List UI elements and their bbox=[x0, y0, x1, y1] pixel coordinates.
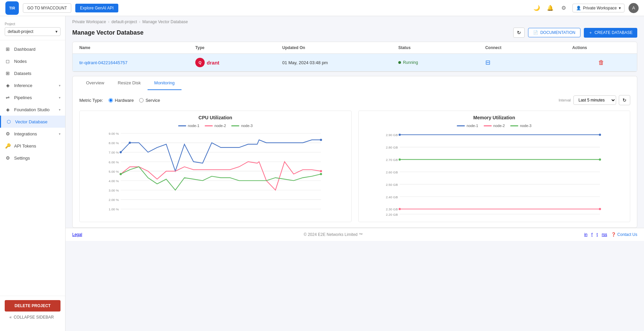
sidebar-item-label: Pipelines bbox=[14, 95, 32, 100]
social-links: in f t rss ❓ Contact Us bbox=[584, 232, 637, 237]
cpu-legend-node1: node-1 bbox=[178, 124, 199, 128]
linkedin-icon[interactable]: in bbox=[584, 232, 587, 237]
layout: Project default-project ▾ ⊞ Dashboard ◻ … bbox=[0, 16, 644, 331]
svg-point-44 bbox=[599, 208, 601, 210]
sidebar-item-vector-database[interactable]: ⬡ Vector Database bbox=[0, 116, 65, 128]
main-content: Private Workspace › default-project › Ma… bbox=[66, 16, 644, 331]
metric-type-selector: Metric Type: Hardware Service bbox=[79, 98, 160, 103]
dashboard-icon: ⊞ bbox=[5, 46, 11, 52]
collapse-label: COLLAPSE SIDEBAR bbox=[14, 315, 54, 320]
sidebar-item-label: Settings bbox=[14, 156, 30, 161]
interval-selector: Interval Last 5 minutes Last 15 minutes … bbox=[559, 95, 630, 105]
rss-icon[interactable]: rss bbox=[602, 232, 607, 237]
workspace-button[interactable]: 👤 Private Workspace ▾ bbox=[572, 4, 625, 12]
copyright: © 2024 E2E Networks Limited ™ bbox=[304, 232, 363, 237]
sidebar-item-api-tokens[interactable]: 🔑 API Tokens bbox=[0, 140, 65, 152]
hardware-radio[interactable]: Hardware bbox=[109, 98, 134, 103]
sidebar-item-label: Inference bbox=[14, 83, 32, 88]
svg-text:8.00 %: 8.00 % bbox=[109, 141, 119, 145]
service-radio[interactable]: Service bbox=[139, 98, 160, 103]
delete-project-button[interactable]: DELETE PROJECT bbox=[5, 300, 61, 312]
sidebar-item-label: API Tokens bbox=[14, 143, 36, 149]
workspace-icon: 👤 bbox=[576, 6, 581, 10]
status-text: Running bbox=[403, 60, 418, 65]
cpu-legend-node2: node-2 bbox=[205, 124, 226, 128]
chevron-icon: ▾ bbox=[59, 108, 61, 112]
sidebar-item-label: Dashboard bbox=[14, 47, 36, 52]
breadcrumb-current: Manage Vector Database bbox=[143, 19, 188, 24]
svg-text:2.50 GB: 2.50 GB bbox=[386, 183, 398, 187]
col-actions: Actions bbox=[572, 45, 630, 50]
monitoring-controls: Metric Type: Hardware Service Interval L… bbox=[79, 95, 630, 105]
svg-text:6.00 %: 6.00 % bbox=[109, 160, 119, 164]
memory-chart: Memory Utilization node-1 node-2 node bbox=[358, 111, 631, 222]
chevron-icon: ▾ bbox=[59, 84, 61, 87]
breadcrumb-workspace[interactable]: Private Workspace bbox=[72, 19, 106, 24]
sidebar-item-nodes[interactable]: ◻ Nodes bbox=[0, 55, 65, 67]
delete-db-button[interactable]: 🗑 bbox=[572, 59, 630, 66]
header-right: 🌙 🔔 ⚙ 👤 Private Workspace ▾ A bbox=[532, 3, 639, 13]
db-tabs: Overview Resize Disk Monitoring bbox=[72, 76, 637, 90]
svg-text:2.00 %: 2.00 % bbox=[109, 198, 119, 202]
settings-nav-icon: ⚙ bbox=[5, 155, 11, 161]
project-selector: Project default-project ▾ bbox=[0, 20, 65, 40]
sidebar-item-label: Datasets bbox=[14, 71, 31, 76]
svg-text:2.70 GB: 2.70 GB bbox=[386, 158, 398, 162]
settings-icon[interactable]: ⚙ bbox=[559, 3, 568, 13]
svg-text:7.00 %: 7.00 % bbox=[109, 151, 119, 154]
tab-resize-disk[interactable]: Resize Disk bbox=[111, 76, 148, 90]
logo-icon: TIR bbox=[5, 1, 19, 15]
cpu-chart-svg: 9.00 % 8.00 % 7.00 % 6.00 % 5.00 % 4.00 … bbox=[84, 130, 347, 218]
notification-icon[interactable]: 🔔 bbox=[546, 3, 555, 13]
sidebar-item-label: Foundation Studio bbox=[14, 107, 50, 112]
pipelines-icon: ⇌ bbox=[5, 94, 11, 100]
breadcrumb-sep2: › bbox=[139, 19, 140, 24]
chevron-down-icon: ▾ bbox=[619, 6, 621, 10]
sidebar-item-integrations[interactable]: ⚙ Integrations ▾ bbox=[0, 128, 65, 140]
collapse-sidebar-button[interactable]: « COLLAPSE SIDEBAR bbox=[5, 312, 61, 323]
svg-point-20 bbox=[320, 139, 322, 141]
sidebar-item-label: Integrations bbox=[14, 131, 37, 136]
cpu-chart-legend: node-1 node-2 node-3 bbox=[84, 124, 347, 128]
sidebar-item-datasets[interactable]: ⊞ Datasets bbox=[0, 67, 65, 79]
db-name-link[interactable]: tir-qdrant-042216445757 bbox=[79, 60, 195, 65]
collapse-icon: « bbox=[9, 315, 12, 320]
cpu-chart-title: CPU Utilization bbox=[84, 115, 347, 120]
mem-legend-node1: node-1 bbox=[457, 124, 478, 128]
svg-point-39 bbox=[398, 134, 401, 136]
sidebar-item-settings[interactable]: ⚙ Settings bbox=[0, 152, 65, 164]
sidebar-item-inference[interactable]: ◈ Inference ▾ bbox=[0, 79, 65, 91]
sidebar-item-pipelines[interactable]: ⇌ Pipelines ▾ bbox=[0, 91, 65, 104]
go-to-myaccount-button[interactable]: GO TO MYACCOUNT bbox=[23, 3, 71, 13]
tab-monitoring[interactable]: Monitoring bbox=[148, 76, 182, 90]
svg-point-23 bbox=[120, 173, 122, 175]
interval-dropdown[interactable]: Last 5 minutes Last 15 minutes Last 30 m… bbox=[573, 95, 616, 105]
chevron-icon: ▾ bbox=[59, 96, 61, 99]
refresh-button[interactable]: ↻ bbox=[513, 28, 525, 38]
svg-text:3.00 %: 3.00 % bbox=[109, 189, 119, 192]
svg-point-41 bbox=[398, 158, 401, 161]
col-name: Name bbox=[79, 45, 195, 50]
breadcrumb-project[interactable]: default-project bbox=[111, 19, 137, 24]
moon-icon[interactable]: 🌙 bbox=[532, 3, 541, 13]
avatar[interactable]: A bbox=[629, 3, 639, 13]
tab-overview[interactable]: Overview bbox=[79, 76, 111, 90]
project-select[interactable]: default-project ▾ bbox=[5, 27, 61, 36]
workspace-label: Private Workspace bbox=[583, 6, 617, 10]
explore-genai-button[interactable]: Explore GenAI API bbox=[75, 4, 118, 12]
mem-legend-node2: node-2 bbox=[484, 124, 505, 128]
facebook-icon[interactable]: f bbox=[592, 232, 593, 237]
sidebar-item-dashboard[interactable]: ⊞ Dashboard bbox=[0, 43, 65, 55]
vector-database-icon: ⬡ bbox=[6, 119, 12, 125]
twitter-icon[interactable]: t bbox=[597, 232, 598, 237]
sidebar-footer: DELETE PROJECT « COLLAPSE SIDEBAR bbox=[0, 296, 65, 327]
cpu-chart: CPU Utilization node-1 node-2 node-3 bbox=[79, 111, 352, 222]
interval-refresh-button[interactable]: ↻ bbox=[619, 95, 630, 105]
create-database-button[interactable]: ＋ CREATE DATABASE bbox=[584, 28, 637, 38]
legal-link[interactable]: Legal bbox=[72, 232, 82, 237]
svg-text:1.00 %: 1.00 % bbox=[109, 207, 119, 211]
sidebar-item-foundation-studio[interactable]: ◈ Foundation Studio ▾ bbox=[0, 104, 65, 116]
documentation-button[interactable]: 📄 DOCUMENTATION bbox=[528, 28, 580, 37]
contact-us-link[interactable]: ❓ Contact Us bbox=[611, 232, 637, 237]
connect-button[interactable]: ⊟ bbox=[485, 59, 572, 66]
